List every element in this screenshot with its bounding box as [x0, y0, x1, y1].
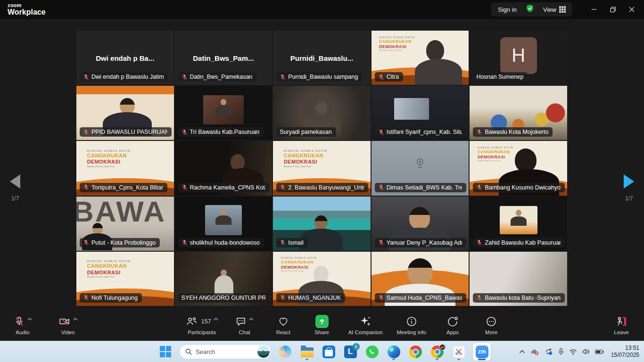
participant-tile[interactable]: PPID BAWASLU PASURUAN: [76, 86, 174, 140]
next-page-button[interactable]: 1/7: [618, 174, 640, 202]
participant-display-name: Dwi endah p Ba...: [78, 54, 172, 62]
participant-tile[interactable]: DISKUSI HUMAS DATINCANGKRUKANDEMOKRASIBa…: [76, 252, 174, 306]
participant-tile[interactable]: Bawaslu kota Batu -Supriyanto: [470, 252, 567, 306]
restore-button[interactable]: [603, 0, 622, 19]
notification-badge: 1: [353, 343, 360, 350]
apps-button[interactable]: Apps: [440, 314, 465, 335]
participant-tile[interactable]: Bawaslu Kota Mojokerto: [470, 86, 567, 140]
leave-button[interactable]: Leave: [609, 314, 634, 335]
participant-tile[interactable]: Dimas Setiadi_BWS Kab. Tren...: [372, 141, 469, 195]
battery-icon[interactable]: [595, 349, 604, 354]
poster-line1: DISKUSI HUMAS DATIN: [284, 149, 327, 153]
taskbar-clock[interactable]: 13:51 15/07/2025: [611, 345, 639, 359]
participants-button[interactable]: 157 Participants: [186, 314, 218, 335]
audio-options-caret[interactable]: [27, 318, 32, 325]
participant-tile[interactable]: DISKUSI HUMAS DATINCANGKRUKANDEMOKRASIBa…: [273, 141, 371, 195]
chat-options-caret[interactable]: [249, 318, 254, 325]
participant-tile[interactable]: Dwi endah p Ba...Dwi endah p Bawaslu Jat…: [76, 31, 174, 85]
tray-chevron-up-icon[interactable]: [519, 350, 525, 354]
minimize-button[interactable]: [585, 0, 603, 19]
participant-name-label: Istifani Syarif_cpns_Kab. Situb...: [375, 127, 467, 137]
edge-icon[interactable]: [386, 344, 402, 360]
participants-options-caret[interactable]: [214, 318, 218, 325]
leave-meeting-icon: [615, 316, 627, 327]
onedrive-error-icon[interactable]: [530, 348, 539, 355]
l-app-icon[interactable]: L 1: [342, 344, 358, 360]
zoom-app-icon[interactable]: zm: [472, 344, 491, 360]
participant-tile[interactable]: Samsul Huda_CPNS_Bawaslu ...: [372, 252, 469, 306]
participant-name-label: SYEH ANGGORO GUNTUR PRAK...: [178, 293, 270, 303]
participant-tile[interactable]: Ismail: [273, 197, 371, 251]
chat-button[interactable]: Chat: [232, 314, 257, 335]
participant-display-name: Purnidi_Bawaslu...: [275, 54, 369, 62]
participant-tile[interactable]: Istifani Syarif_cpns_Kab. Situb...: [372, 86, 469, 140]
whatsapp-icon[interactable]: [364, 344, 380, 360]
copilot-icon[interactable]: [277, 344, 293, 360]
video-options-caret[interactable]: [73, 318, 78, 325]
participant-tile[interactable]: Tri Bawaslu Kab.Pasuruan: [175, 86, 272, 140]
participant-name: Hosnan Sumenep: [476, 74, 523, 80]
muted-mic-icon: [378, 74, 384, 80]
participant-tile[interactable]: DISKUSI HUMAS DATINCANGKRUKANDEMOKRASIBa…: [273, 252, 371, 306]
zoom-workplace-logo: zoom Workplace: [8, 3, 46, 16]
participant-name-label: Rachma Kamelia_CPNS Kota ...: [178, 183, 270, 192]
participant-name: HUMAS_NGANJUK: [288, 295, 341, 301]
muted-mic-icon: [378, 129, 384, 135]
poster-line4: Bawaslu Provinsi Jawa Timur: [87, 165, 131, 168]
audio-button[interactable]: Audio: [10, 314, 35, 335]
participant-name: 2. Bawaslu Banyuwangi_Untun...: [288, 184, 364, 191]
tray-mic-icon[interactable]: [558, 348, 564, 355]
participant-tile[interactable]: Yanuar Deny P_Kasubag Adm...: [372, 197, 469, 251]
clock-date: 15/07/2025: [611, 352, 639, 359]
zoom-meeting-window: zoom Workplace Sign in View: [0, 0, 644, 362]
participant-tile[interactable]: Zahid Bawaslu Kab Pasuruan: [470, 197, 567, 251]
chrome-profile-icon[interactable]: [429, 344, 445, 360]
running-indicator: [392, 359, 395, 360]
participant-name: Dimas Setiadi_BWS Kab. Tren...: [387, 184, 462, 191]
video-label: Video: [61, 329, 74, 335]
poster-line3: DEMOKRASI: [281, 265, 317, 270]
poster-line3: DEMOKRASI: [87, 270, 131, 276]
previous-page-button[interactable]: 1/7: [4, 174, 26, 202]
video-grid: Dwi endah p Ba...Dwi endah p Bawaslu Jat…: [76, 31, 567, 306]
taskbar-search-box[interactable]: Search: [179, 344, 272, 359]
more-label: More: [485, 329, 497, 335]
file-explorer-icon[interactable]: [299, 344, 315, 360]
participant-tile[interactable]: HHosnan Sumenep: [470, 31, 567, 85]
chrome-icon[interactable]: [407, 344, 423, 360]
microsoft-store-icon[interactable]: [321, 344, 337, 360]
participant-tile[interactable]: DISKUSI HUMAS DATINCANGKRUKANDEMOKRASIBa…: [76, 141, 174, 195]
meeting-info-button[interactable]: Meeting info: [397, 314, 427, 335]
snipping-tool-icon[interactable]: [451, 344, 467, 360]
next-page-arrow-icon: [624, 174, 634, 189]
volume-icon[interactable]: [582, 348, 590, 355]
ai-companion-button[interactable]: AI Companion: [348, 314, 383, 335]
participant-tile[interactable]: DISKUSI HUMAS DATINCANGKRUKANDEMOKRASIBa…: [470, 141, 567, 195]
logo-zoom-text: zoom: [8, 3, 46, 8]
close-button[interactable]: [622, 0, 641, 19]
participant-tile[interactable]: DISKUSI HUMAS DATINCANGKRUKANDEMOKRASIBa…: [372, 31, 469, 85]
participant-tile[interactable]: BAWAPutut - Kota Probolinggo: [76, 197, 174, 251]
share-button[interactable]: Share: [310, 314, 334, 335]
page-indicator: 1/7: [4, 195, 26, 202]
poster-text: DISKUSI HUMAS DATINCANGKRUKANDEMOKRASIBa…: [87, 260, 131, 279]
react-button[interactable]: React: [271, 314, 296, 335]
sign-in-button[interactable]: Sign in: [498, 6, 517, 13]
more-button[interactable]: More: [479, 314, 504, 335]
logo-workplace-text: Workplace: [8, 8, 46, 16]
participant-tile[interactable]: Rachma Kamelia_CPNS Kota ...: [175, 141, 272, 195]
view-button[interactable]: View: [543, 6, 566, 13]
participant-tile[interactable]: Datin_Bws_Pam...Datin_Bws_Pamekasan: [175, 31, 272, 85]
wifi-icon[interactable]: [569, 349, 577, 355]
participant-tile[interactable]: Purnidi_Bawaslu...Purnidi_Bawaslu sampan…: [273, 31, 371, 85]
participant-name-label: Dimas Setiadi_BWS Kab. Tren...: [375, 183, 467, 192]
poster-line3: DEMOKRASI: [284, 159, 327, 165]
sync-update-icon[interactable]: [545, 348, 553, 355]
heart-react-icon: [278, 316, 289, 327]
participant-tile[interactable]: SYEH ANGGORO GUNTUR PRAK...: [175, 252, 272, 306]
participant-tile[interactable]: sholikhul huda-bondowoso: [175, 197, 272, 251]
participant-tile[interactable]: Suryadi pamekasan: [273, 86, 371, 140]
participant-name: Putut - Kota Probolinggo: [91, 239, 156, 246]
start-button[interactable]: [157, 344, 173, 360]
video-button[interactable]: Video: [56, 314, 80, 335]
